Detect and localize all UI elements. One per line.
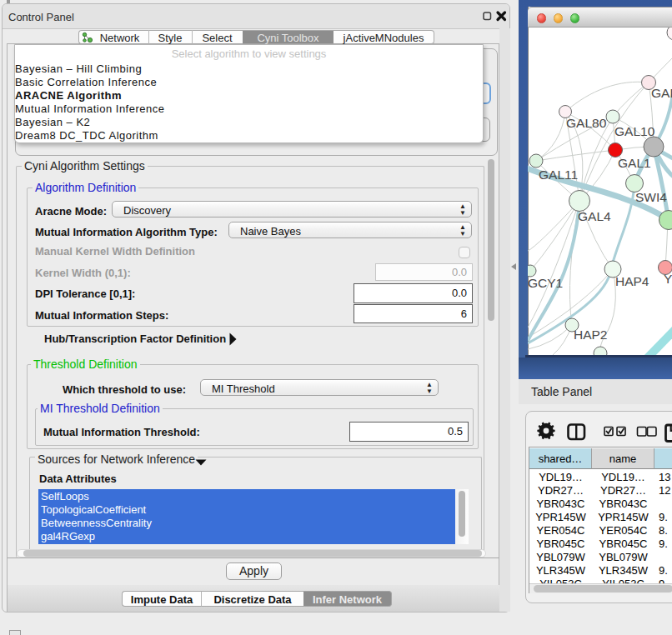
svg-text:GAL80: GAL80 — [566, 116, 607, 130]
svg-text:GAL4: GAL4 — [578, 209, 611, 223]
svg-text:GAL11: GAL11 — [539, 168, 578, 182]
svg-text:HAP4: HAP4 — [615, 274, 649, 288]
svg-text:GCY1: GCY1 — [528, 276, 563, 290]
svg-text:Y: Y — [664, 272, 672, 286]
svg-text:HAP2: HAP2 — [574, 328, 608, 342]
svg-text:GAL7: GAL7 — [651, 86, 672, 100]
svg-text:GAL1: GAL1 — [618, 156, 651, 170]
svg-text:GAL10: GAL10 — [614, 124, 655, 138]
svg-text:SWI4: SWI4 — [635, 190, 667, 204]
